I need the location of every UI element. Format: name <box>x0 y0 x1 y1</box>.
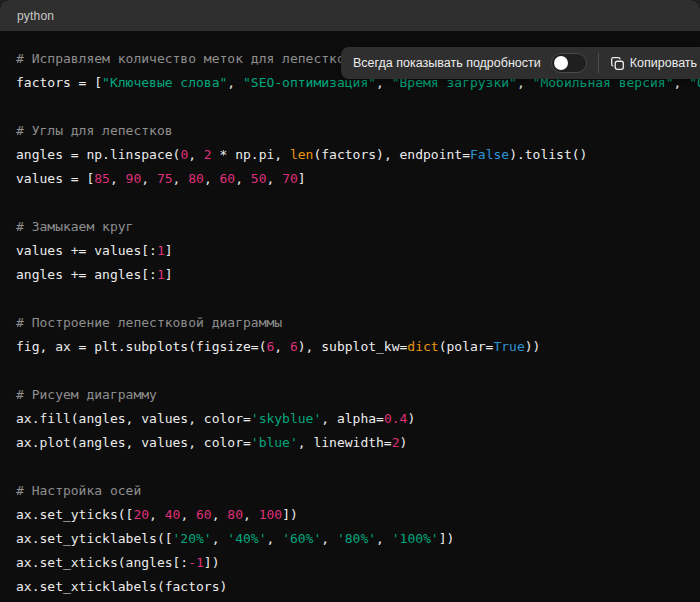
code-line: ax.set_yticks([20, 40, 60, 80, 100]) <box>16 503 684 527</box>
code-line <box>16 287 684 311</box>
code-line: # Замыкаем круг <box>16 215 684 239</box>
always-show-details-label: Всегда показывать подробности <box>353 56 541 70</box>
code-line: angles = np.linspace(0, 2 * np.pi, len(f… <box>16 143 684 167</box>
code-language-label: python <box>17 9 54 23</box>
code-line <box>16 359 684 383</box>
code-line: # Углы для лепестков <box>16 119 684 143</box>
code-line: values = [85, 90, 75, 80, 60, 50, 70] <box>16 167 684 191</box>
code-line: ax.fill(angles, values, color='skyblue',… <box>16 407 684 431</box>
code-line: ax.set_xticks(angles[:-1]) <box>16 551 684 575</box>
copy-code-button[interactable]: Копировать код <box>610 56 700 71</box>
code-line: ax.plot(angles, values, color='blue', li… <box>16 431 684 455</box>
code-line: # Рисуем диаграмму <box>16 383 684 407</box>
code-line <box>16 95 684 119</box>
code-toolbar: Всегда показывать подробности Копировать… <box>341 47 700 79</box>
code-line: values += values[:1] <box>16 239 684 263</box>
code-line: fig, ax = plt.subplots(figsize=(6, 6), s… <box>16 335 684 359</box>
toolbar-divider <box>598 53 599 73</box>
code-block: python # Исправляем количество меток для… <box>0 0 700 602</box>
code-content: # Исправляем количество меток для лепест… <box>0 31 700 602</box>
details-toggle[interactable] <box>551 53 587 73</box>
code-line: ax.set_yticklabels(['20%', '40%', '60%',… <box>16 527 684 551</box>
copy-icon <box>610 56 625 71</box>
code-line: ax.set_xticklabels(factors) <box>16 575 684 599</box>
code-line: # Построение лепестковой диаграммы <box>16 311 684 335</box>
code-line: # Настройка осей <box>16 479 684 503</box>
code-block-header: python <box>0 0 700 31</box>
copy-code-label: Копировать код <box>630 56 700 70</box>
code-line: angles += angles[:1] <box>16 263 684 287</box>
code-line <box>16 191 684 215</box>
toggle-knob-icon <box>554 56 568 70</box>
code-line <box>16 455 684 479</box>
